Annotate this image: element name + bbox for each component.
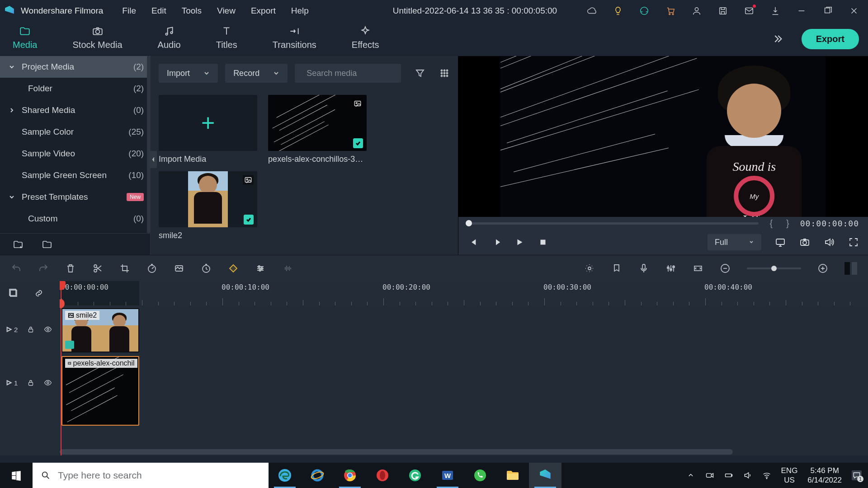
search-input[interactable] bbox=[307, 69, 411, 78]
visibility-icon[interactable] bbox=[44, 379, 52, 387]
zoom-in-icon[interactable] bbox=[817, 263, 828, 274]
zoom-out-icon[interactable] bbox=[720, 263, 731, 274]
media-item[interactable]: smile2 bbox=[159, 171, 257, 240]
display-settings-icon[interactable] bbox=[775, 237, 786, 248]
collapse-sidebar-button[interactable] bbox=[150, 151, 157, 168]
minimize-icon[interactable] bbox=[797, 6, 807, 16]
tab-audio[interactable]: Audio bbox=[154, 23, 184, 56]
taskbar-app-explorer[interactable] bbox=[496, 463, 529, 488]
menu-edit[interactable]: Edit bbox=[151, 6, 166, 16]
menu-export[interactable]: Export bbox=[251, 6, 276, 16]
input-language[interactable]: ENG US bbox=[781, 466, 798, 485]
start-button[interactable] bbox=[0, 463, 33, 488]
prev-frame-button[interactable] bbox=[467, 237, 477, 247]
account-icon[interactable] bbox=[692, 6, 702, 16]
export-button[interactable]: Export bbox=[802, 29, 859, 49]
play-button[interactable] bbox=[514, 237, 524, 247]
tab-media[interactable]: Media bbox=[9, 23, 41, 56]
new-folder-icon[interactable] bbox=[13, 239, 24, 250]
folder-icon[interactable] bbox=[42, 239, 52, 250]
import-media-tile[interactable]: + Import Media bbox=[159, 95, 257, 164]
messages-icon[interactable] bbox=[744, 6, 754, 16]
support-icon[interactable] bbox=[639, 6, 649, 16]
menu-file[interactable]: File bbox=[122, 6, 136, 16]
wifi-icon[interactable] bbox=[762, 471, 771, 480]
stop-button[interactable] bbox=[538, 237, 548, 247]
track-header[interactable]: 1 bbox=[0, 353, 60, 412]
sidebar-item-project-media[interactable]: Project Media (2) bbox=[0, 56, 150, 78]
sidebar-item-shared-media[interactable]: Shared Media (0) bbox=[0, 99, 150, 121]
timeline-clip[interactable]: smile2 bbox=[61, 308, 139, 352]
split-icon[interactable] bbox=[92, 263, 103, 274]
tips-icon[interactable] bbox=[613, 6, 623, 16]
adjust-icon[interactable] bbox=[255, 263, 266, 274]
search-media[interactable] bbox=[295, 64, 401, 83]
menu-tools[interactable]: Tools bbox=[182, 6, 202, 16]
taskbar-app-edge[interactable] bbox=[269, 463, 301, 488]
timeline-clip[interactable]: pexels-alex-conchil bbox=[61, 356, 139, 426]
redo-icon[interactable] bbox=[38, 263, 49, 274]
timeline-h-scrollbar[interactable] bbox=[60, 449, 791, 455]
sidebar-item-custom[interactable]: Custom (0) bbox=[0, 208, 150, 230]
snapshot-icon[interactable] bbox=[799, 237, 810, 248]
taskbar-app-whatsapp[interactable] bbox=[464, 463, 496, 488]
store-icon[interactable] bbox=[665, 6, 675, 16]
sound-icon[interactable] bbox=[743, 471, 752, 480]
action-center-icon[interactable]: 1 bbox=[852, 470, 862, 480]
save-icon[interactable] bbox=[718, 6, 728, 16]
duration-icon[interactable] bbox=[201, 263, 212, 274]
scrub-slider[interactable] bbox=[467, 222, 759, 225]
color-icon[interactable] bbox=[174, 263, 184, 274]
fullscreen-icon[interactable] bbox=[848, 237, 859, 248]
audio-wave-icon[interactable] bbox=[282, 263, 293, 274]
close-icon[interactable] bbox=[849, 6, 859, 16]
fit-timeline-icon[interactable] bbox=[693, 263, 703, 274]
play-pause-button[interactable] bbox=[491, 237, 501, 247]
sidebar-scrollbar[interactable] bbox=[147, 56, 150, 233]
delete-icon[interactable] bbox=[65, 263, 76, 274]
battery-icon[interactable] bbox=[724, 471, 733, 480]
lock-icon[interactable] bbox=[27, 379, 35, 387]
playhead[interactable] bbox=[61, 281, 61, 455]
menu-help[interactable]: Help bbox=[291, 6, 309, 16]
sidebar-item-sample-green-screen[interactable]: Sample Green Screen (10) bbox=[0, 164, 150, 186]
record-dropdown[interactable]: Record bbox=[225, 64, 288, 83]
render-icon[interactable] bbox=[584, 263, 595, 274]
tray-overflow-icon[interactable] bbox=[686, 471, 695, 480]
visibility-icon[interactable] bbox=[44, 325, 52, 333]
tab-stock-media[interactable]: Stock Media bbox=[69, 23, 126, 56]
media-item[interactable]: pexels-alex-conchillos-37… bbox=[268, 95, 367, 164]
mark-out-icon[interactable]: } bbox=[783, 218, 792, 229]
clock[interactable]: 5:46 PM 6/14/2022 bbox=[807, 466, 842, 485]
menu-view[interactable]: View bbox=[217, 6, 236, 16]
volume-icon[interactable] bbox=[824, 237, 835, 248]
cloud-icon[interactable] bbox=[587, 6, 597, 16]
taskbar-app-ie[interactable] bbox=[301, 463, 334, 488]
grid-view-icon[interactable] bbox=[439, 68, 450, 79]
voiceover-icon[interactable] bbox=[638, 263, 649, 274]
track-header[interactable]: 2 bbox=[0, 305, 60, 353]
meet-now-icon[interactable] bbox=[705, 471, 714, 480]
mark-in-icon[interactable]: { bbox=[767, 218, 775, 229]
more-panels-icon[interactable] bbox=[771, 33, 783, 45]
filter-icon[interactable] bbox=[415, 68, 425, 79]
taskbar-app-word[interactable]: W bbox=[431, 463, 464, 488]
tab-effects[interactable]: Effects bbox=[348, 23, 383, 56]
sidebar-item-sample-video[interactable]: Sample Video (20) bbox=[0, 143, 150, 164]
zoom-slider[interactable] bbox=[747, 267, 801, 269]
tab-transitions[interactable]: Transitions bbox=[269, 23, 320, 56]
sidebar-item-folder[interactable]: Folder (2) bbox=[0, 78, 150, 99]
taskbar-app-filmora[interactable] bbox=[529, 463, 561, 488]
crop-icon[interactable] bbox=[119, 263, 130, 274]
sidebar-item-sample-color[interactable]: Sample Color (25) bbox=[0, 121, 150, 143]
undo-icon[interactable] bbox=[11, 263, 22, 274]
maximize-icon[interactable] bbox=[823, 6, 833, 16]
preview-quality-dropdown[interactable]: Full bbox=[708, 234, 761, 250]
link-toggle-icon[interactable] bbox=[33, 288, 44, 299]
download-icon[interactable] bbox=[770, 6, 780, 16]
timeline-body[interactable]: 00:00:00:0000:00:10:0000:00:20:0000:00:3… bbox=[60, 281, 868, 455]
tab-titles[interactable]: Titles bbox=[212, 23, 241, 56]
audio-mixer-icon[interactable] bbox=[665, 263, 676, 274]
speed-icon[interactable] bbox=[146, 263, 157, 274]
sidebar-item-preset-templates[interactable]: Preset Templates New bbox=[0, 186, 150, 208]
